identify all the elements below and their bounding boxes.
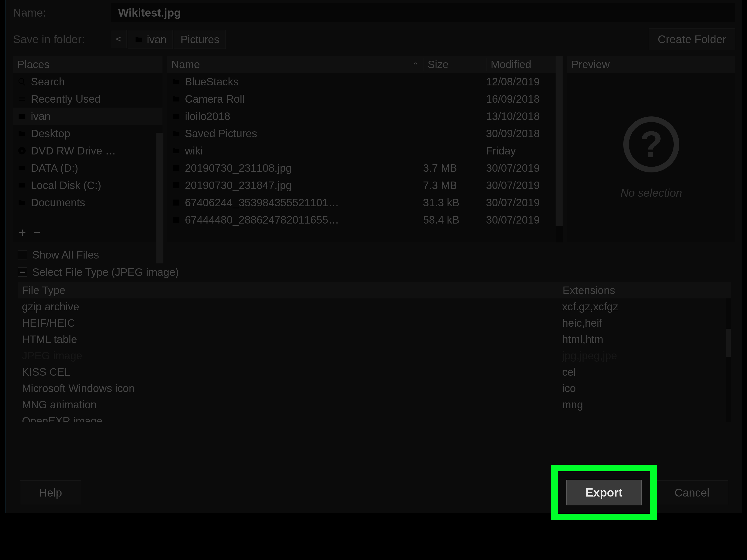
file-type-ext xyxy=(558,415,731,422)
file-row[interactable]: BlueStacks12/08/2019 xyxy=(167,73,563,90)
path-back-button[interactable]: < xyxy=(111,30,127,48)
preview-no-selection-label: No selection xyxy=(620,186,682,199)
file-type-name: OpenEXR image xyxy=(18,415,558,422)
create-folder-button[interactable]: Create Folder xyxy=(649,28,735,50)
file-size: 58.4 kB xyxy=(423,213,482,226)
file-modified: 30/07/2019 xyxy=(486,162,558,174)
places-item[interactable]: DVD RW Drive … xyxy=(13,142,162,159)
places-item[interactable]: DATA (D:) xyxy=(13,159,162,177)
places-item[interactable]: Recently Used xyxy=(13,90,162,108)
file-type-list: gzip archivexcf.gz,xcfgzHEIF/HEICheic,he… xyxy=(18,298,731,422)
files-scrollbar[interactable] xyxy=(556,56,563,242)
file-type-ext: ico xyxy=(558,382,731,395)
path-segment-label: ivan xyxy=(147,33,166,46)
file-type-header[interactable]: File Type xyxy=(18,282,558,298)
file-type-ext: html,htm xyxy=(558,333,731,346)
file-name: BlueStacks xyxy=(185,75,419,88)
folder-icon xyxy=(17,111,27,121)
file-type-name: MNG animation xyxy=(18,398,558,411)
extensions-header[interactable]: Extensions xyxy=(558,282,731,298)
preview-panel: Preview ? No selection xyxy=(567,56,735,242)
places-header: Places xyxy=(13,56,162,73)
path-segment-ivan[interactable]: ivan xyxy=(128,30,173,49)
scroll-thumb[interactable] xyxy=(726,329,731,357)
file-modified: Friday xyxy=(486,144,558,157)
file-type-name: KISS CEL xyxy=(18,366,558,378)
file-size: 31.3 kB xyxy=(423,196,482,209)
column-modified-header[interactable]: Modified xyxy=(486,58,558,71)
file-type-row[interactable]: gzip archivexcf.gz,xcfgz xyxy=(18,298,731,315)
file-row[interactable]: wikiFriday xyxy=(167,142,563,159)
file-row[interactable]: Saved Pictures30/09/2018 xyxy=(167,125,563,142)
places-scrollbar[interactable] xyxy=(156,133,163,242)
folder-icon xyxy=(171,94,181,104)
file-type-scrollbar[interactable] xyxy=(726,298,731,422)
show-all-files-checkbox[interactable] xyxy=(18,250,27,260)
file-type-row[interactable]: JPEG imagejpg,jpeg,jpe xyxy=(18,347,731,364)
file-row[interactable]: 20190730_231847.jpg7.3 MB30/07/2019 xyxy=(167,177,563,194)
places-item-label: Desktop xyxy=(31,127,70,140)
file-modified: 30/07/2019 xyxy=(486,213,558,226)
file-type-row[interactable]: HEIF/HEICheic,heif xyxy=(18,315,731,331)
places-item[interactable]: Desktop xyxy=(13,125,162,142)
file-name: 20190730_231108.jpg xyxy=(185,162,419,174)
places-list: SearchRecently UsedivanDesktopDVD RW Dri… xyxy=(13,73,162,222)
save-in-folder-label: Save in folder: xyxy=(13,33,111,46)
places-item[interactable]: Local Disk (C:) xyxy=(13,177,162,194)
path-segment-pictures[interactable]: Pictures xyxy=(174,30,226,49)
file-modified: 30/07/2019 xyxy=(486,196,558,209)
path-bar: < ivan Pictures xyxy=(111,30,226,49)
remove-place-button[interactable]: − xyxy=(33,225,41,240)
name-label: Name: xyxy=(13,6,111,19)
file-row[interactable]: 20190730_231108.jpg3.7 MB30/07/2019 xyxy=(167,159,563,177)
file-row[interactable]: 67444480_288624782011655…58.4 kB30/07/20… xyxy=(167,211,563,229)
file-row[interactable]: iloilo201813/10/2018 xyxy=(167,108,563,125)
column-name-header[interactable]: Name xyxy=(171,58,200,71)
preview-header: Preview xyxy=(567,56,735,73)
filename-input[interactable] xyxy=(111,3,735,22)
files-header: Name ^ Size Modified xyxy=(167,56,563,73)
file-type-row[interactable]: OpenEXR image xyxy=(18,413,731,422)
sort-ascending-icon: ^ xyxy=(414,60,417,69)
file-type-row[interactable]: Microsoft Windows iconico xyxy=(18,380,731,396)
add-place-button[interactable]: + xyxy=(19,225,26,240)
scroll-thumb[interactable] xyxy=(556,56,563,226)
disc-icon xyxy=(17,146,27,155)
file-type-name: gzip archive xyxy=(18,300,558,313)
image-icon xyxy=(171,181,181,190)
places-item-label: DVD RW Drive … xyxy=(31,144,116,157)
search-icon xyxy=(17,77,27,86)
file-size: 7.3 MB xyxy=(423,179,482,192)
highlight-annotation xyxy=(551,465,656,520)
places-item-label: Recently Used xyxy=(31,92,101,105)
cancel-button[interactable]: Cancel xyxy=(656,480,728,505)
scroll-thumb[interactable] xyxy=(156,133,163,263)
folder-icon xyxy=(171,111,181,121)
file-size: 3.7 MB xyxy=(423,162,482,174)
help-button[interactable]: Help xyxy=(20,480,81,505)
folder-icon xyxy=(17,198,27,207)
places-item-label: Search xyxy=(31,75,65,88)
places-item[interactable]: Documents xyxy=(13,194,162,211)
show-all-files-label: Show All Files xyxy=(32,248,99,261)
places-item[interactable]: ivan xyxy=(13,108,162,125)
file-name: 67406244_353984355521101… xyxy=(185,196,419,209)
file-type-row[interactable]: HTML tablehtml,htm xyxy=(18,331,731,347)
places-item-label: ivan xyxy=(31,110,50,123)
file-name: wiki xyxy=(185,144,419,157)
drive-icon xyxy=(17,181,27,190)
file-type-row[interactable]: KISS CELcel xyxy=(18,364,731,380)
file-type-row[interactable]: MNG animationmng xyxy=(18,396,731,413)
file-type-name: HEIF/HEIC xyxy=(18,317,558,329)
files-list: BlueStacks12/08/2019Camera Roll16/09/201… xyxy=(167,73,563,242)
file-type-ext: jpg,jpeg,jpe xyxy=(558,349,731,362)
file-row[interactable]: Camera Roll16/09/2018 xyxy=(167,90,563,108)
file-type-area: File Type Extensions gzip archivexcf.gz,… xyxy=(6,282,742,422)
file-type-collapse-toggle[interactable]: − xyxy=(18,267,27,277)
file-modified: 16/09/2018 xyxy=(486,92,558,105)
folder-icon xyxy=(171,146,181,155)
file-row[interactable]: 67406244_353984355521101…31.3 kB30/07/20… xyxy=(167,194,563,211)
places-item[interactable]: Search xyxy=(13,73,162,90)
file-type-name: Microsoft Windows icon xyxy=(18,382,558,395)
column-size-header[interactable]: Size xyxy=(423,58,486,71)
